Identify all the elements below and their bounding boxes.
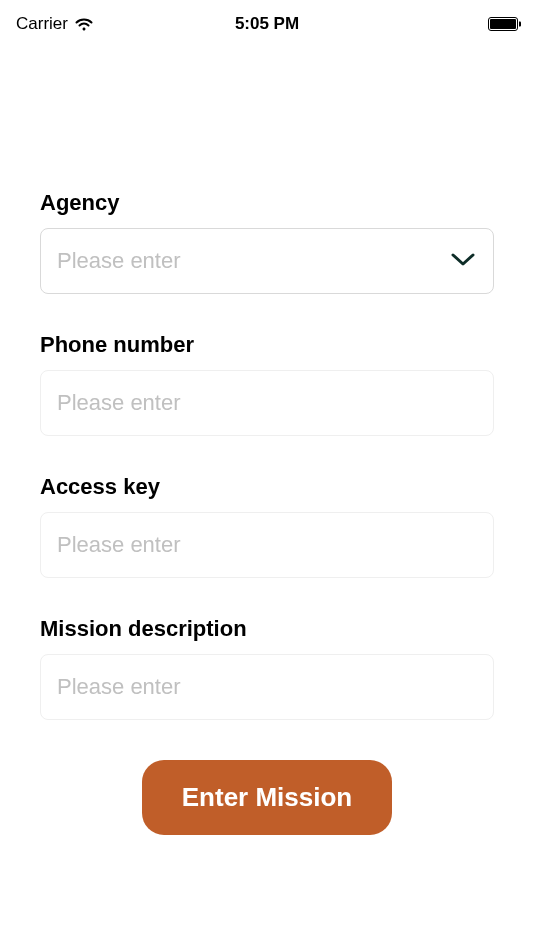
mission-group: Mission description: [40, 616, 494, 720]
status-bar: Carrier 5:05 PM: [0, 0, 534, 40]
carrier-label: Carrier: [16, 14, 68, 34]
status-right: [488, 17, 518, 31]
phone-group: Phone number: [40, 332, 494, 436]
access-key-label: Access key: [40, 474, 494, 500]
agency-select[interactable]: [40, 228, 494, 294]
battery-icon: [488, 17, 518, 31]
agency-group: Agency: [40, 190, 494, 294]
phone-label: Phone number: [40, 332, 494, 358]
access-key-group: Access key: [40, 474, 494, 578]
form-container: Agency Phone number Access key Mission d…: [0, 40, 534, 835]
mission-label: Mission description: [40, 616, 494, 642]
wifi-icon: [74, 17, 94, 32]
status-left: Carrier: [16, 14, 94, 34]
status-time: 5:05 PM: [235, 14, 299, 34]
agency-label: Agency: [40, 190, 494, 216]
phone-input[interactable]: [40, 370, 494, 436]
access-key-input[interactable]: [40, 512, 494, 578]
agency-select-wrapper: [40, 228, 494, 294]
mission-input[interactable]: [40, 654, 494, 720]
enter-mission-button[interactable]: Enter Mission: [142, 760, 392, 835]
button-container: Enter Mission: [40, 760, 494, 835]
